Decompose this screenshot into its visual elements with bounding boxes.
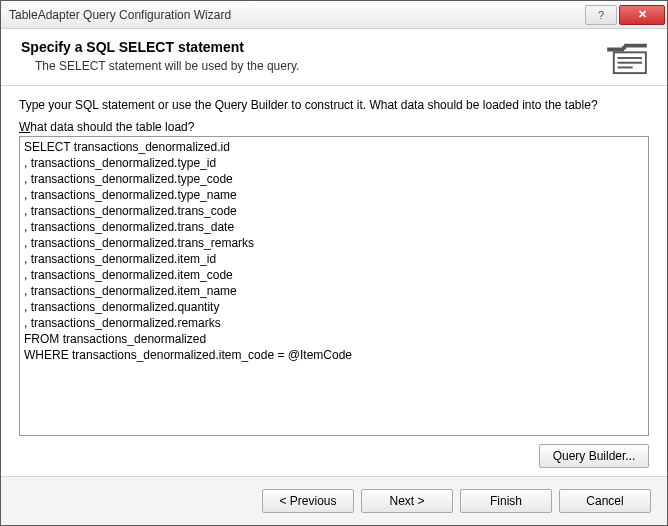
help-button[interactable]: ? bbox=[585, 5, 617, 25]
wizard-header: Specify a SQL SELECT statement The SELEC… bbox=[1, 29, 667, 86]
page-subtitle: The SELECT statement will be used by the… bbox=[35, 59, 595, 73]
document-icon bbox=[603, 41, 651, 75]
sql-textarea[interactable] bbox=[19, 136, 649, 436]
header-text: Specify a SQL SELECT statement The SELEC… bbox=[21, 39, 595, 73]
next-button[interactable]: Next > bbox=[361, 489, 453, 513]
titlebar: TableAdapter Query Configuration Wizard … bbox=[1, 1, 667, 29]
cancel-button[interactable]: Cancel bbox=[559, 489, 651, 513]
close-button[interactable]: ✕ bbox=[619, 5, 665, 25]
window-title: TableAdapter Query Configuration Wizard bbox=[9, 8, 583, 22]
wizard-body: Type your SQL statement or use the Query… bbox=[1, 86, 667, 476]
sql-label: What data should the table load? bbox=[19, 120, 649, 134]
query-builder-row: Query Builder... bbox=[19, 444, 649, 468]
wizard-footer: < Previous Next > Finish Cancel bbox=[1, 476, 667, 525]
instruction-text: Type your SQL statement or use the Query… bbox=[19, 98, 649, 112]
previous-button[interactable]: < Previous bbox=[262, 489, 354, 513]
finish-button[interactable]: Finish bbox=[460, 489, 552, 513]
page-title: Specify a SQL SELECT statement bbox=[21, 39, 595, 55]
wizard-window: TableAdapter Query Configuration Wizard … bbox=[0, 0, 668, 526]
query-builder-button[interactable]: Query Builder... bbox=[539, 444, 649, 468]
close-icon: ✕ bbox=[638, 8, 647, 21]
help-icon: ? bbox=[598, 9, 604, 21]
